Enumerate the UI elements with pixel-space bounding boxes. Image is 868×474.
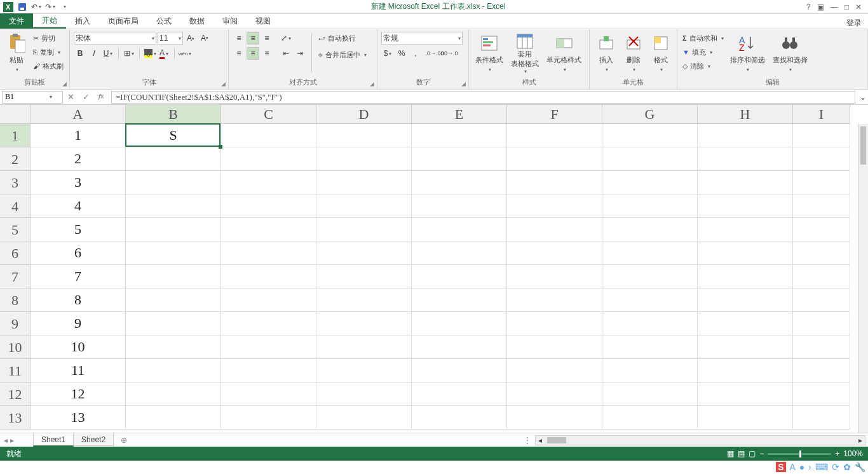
cell[interactable] <box>221 383 316 406</box>
cell[interactable] <box>316 265 412 288</box>
align-top-icon[interactable]: ≡ <box>233 32 245 44</box>
cell[interactable] <box>698 147 793 171</box>
new-sheet-button[interactable]: ⊕ <box>113 436 135 445</box>
cell[interactable] <box>221 406 316 430</box>
tab-view[interactable]: 视图 <box>247 13 280 29</box>
cell[interactable] <box>793 265 850 288</box>
cell[interactable] <box>602 194 698 218</box>
cell[interactable] <box>316 288 412 312</box>
cell[interactable] <box>126 265 221 288</box>
cut-button[interactable]: ✂剪切 <box>32 32 65 44</box>
tab-formulas[interactable]: 公式 <box>147 13 180 29</box>
copy-button[interactable]: ⎘复制▾ <box>32 46 65 58</box>
cell[interactable] <box>221 241 316 265</box>
cell[interactable] <box>412 288 507 312</box>
tray-icon[interactable]: 🔧 <box>855 462 865 472</box>
row-header[interactable]: 7 <box>0 265 31 288</box>
align-center-icon[interactable]: ≡ <box>247 47 259 60</box>
increase-font-icon[interactable]: A▴ <box>184 32 197 44</box>
file-tab[interactable]: 文件 <box>0 13 33 29</box>
format-painter-button[interactable]: 🖌格式刷 <box>32 60 65 72</box>
insert-cells-button[interactable]: 插入▾ <box>593 32 618 74</box>
cell[interactable] <box>126 312 221 335</box>
format-cells-button[interactable]: 格式▾ <box>648 32 673 74</box>
column-header[interactable]: E <box>412 105 507 124</box>
tray-icon[interactable]: ✿ <box>843 462 851 472</box>
cell[interactable] <box>793 171 850 194</box>
ime-icon[interactable]: S <box>776 462 785 472</box>
cell[interactable] <box>602 288 698 312</box>
ribbon-options-icon[interactable]: ▣ <box>817 3 824 11</box>
cell[interactable] <box>793 312 850 335</box>
tab-data[interactable]: 数据 <box>180 13 214 29</box>
cell[interactable] <box>126 359 221 383</box>
row-header[interactable]: 11 <box>0 359 31 383</box>
cell[interactable] <box>602 312 698 335</box>
delete-cells-button[interactable]: 删除▾ <box>621 32 646 74</box>
cell[interactable] <box>602 147 698 171</box>
zoom-slider[interactable] <box>768 453 831 455</box>
fill-button[interactable]: ▼填充▾ <box>681 46 725 58</box>
cell[interactable]: 2 <box>31 147 126 171</box>
cell[interactable] <box>126 406 221 430</box>
cell[interactable] <box>793 147 850 171</box>
cell[interactable] <box>793 335 850 359</box>
cell[interactable] <box>412 241 507 265</box>
cell[interactable] <box>412 312 507 335</box>
cell[interactable] <box>698 383 793 406</box>
cell[interactable] <box>221 171 316 194</box>
cell[interactable] <box>126 383 221 406</box>
cell[interactable]: 3 <box>31 171 126 194</box>
cell[interactable] <box>316 406 412 430</box>
cell[interactable] <box>698 406 793 430</box>
column-header[interactable]: I <box>793 105 850 124</box>
undo-icon[interactable]: ↶▾ <box>31 1 42 13</box>
cancel-formula-icon[interactable]: ✕ <box>63 92 78 102</box>
increase-indent-icon[interactable]: ⇥ <box>294 47 306 60</box>
help-icon[interactable]: ? <box>806 3 811 11</box>
align-bottom-icon[interactable]: ≡ <box>261 32 273 44</box>
expand-formula-icon[interactable]: ⌄ <box>858 93 868 102</box>
row-header[interactable]: 13 <box>0 406 31 430</box>
sort-filter-button[interactable]: AZ排序和筛选▾ <box>728 32 768 74</box>
cell[interactable] <box>316 383 412 406</box>
cell[interactable] <box>221 312 316 335</box>
view-pagebreak-icon[interactable]: ▢ <box>749 449 756 458</box>
column-header[interactable]: H <box>698 105 793 124</box>
find-select-button[interactable]: 查找和选择▾ <box>770 32 810 74</box>
autosum-button[interactable]: Σ自动求和▾ <box>681 32 725 44</box>
cell[interactable] <box>316 218 412 241</box>
cell[interactable] <box>602 265 698 288</box>
column-headers[interactable]: ABCDEFGHI <box>31 105 850 124</box>
percent-icon[interactable]: % <box>395 47 408 60</box>
cell[interactable] <box>316 335 412 359</box>
cell[interactable] <box>412 171 507 194</box>
select-all-corner[interactable] <box>0 105 31 124</box>
paste-button[interactable]: 粘贴 ▾ <box>4 32 29 74</box>
cell[interactable] <box>698 241 793 265</box>
cell[interactable] <box>221 265 316 288</box>
phonetic-button[interactable]: wén▾ <box>179 47 191 60</box>
fill-color-button[interactable]: ◇▾ <box>144 47 156 60</box>
cell[interactable] <box>316 124 412 147</box>
font-name-select[interactable]: 宋体▾ <box>74 32 156 44</box>
zoom-in-icon[interactable]: + <box>835 449 839 458</box>
cell-styles-button[interactable]: 单元格样式▾ <box>544 32 584 74</box>
tab-page-layout[interactable]: 页面布局 <box>99 13 147 29</box>
tray-icon[interactable]: ● <box>799 462 804 472</box>
cell[interactable] <box>221 359 316 383</box>
cell[interactable] <box>507 218 602 241</box>
cell[interactable] <box>412 218 507 241</box>
cell[interactable] <box>698 218 793 241</box>
cell[interactable] <box>793 218 850 241</box>
cell[interactable] <box>316 241 412 265</box>
align-left-icon[interactable]: ≡ <box>233 47 245 60</box>
conditional-format-button[interactable]: 条件格式▾ <box>473 32 506 74</box>
nav-first-icon[interactable]: ◂ <box>4 436 8 445</box>
fx-icon[interactable]: fx <box>93 92 109 102</box>
cell[interactable] <box>126 218 221 241</box>
vertical-scrollbar[interactable] <box>858 124 868 433</box>
wrap-text-button[interactable]: ⮐自动换行 <box>317 32 368 44</box>
cell[interactable] <box>602 406 698 430</box>
cell[interactable] <box>698 288 793 312</box>
